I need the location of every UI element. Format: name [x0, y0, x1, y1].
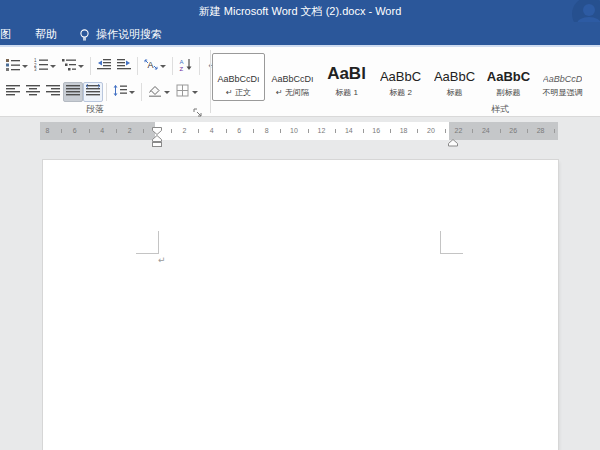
margin-cropmark-left-horizontal [136, 253, 158, 254]
ruler-number: 10 [290, 122, 298, 140]
ruler-tick [335, 129, 336, 133]
increase-indent-button[interactable] [114, 56, 134, 76]
align-center-icon [26, 83, 40, 101]
ruler-tick [417, 129, 418, 133]
align-right-icon [46, 83, 60, 101]
distribute-icon [86, 83, 100, 101]
svg-text:Z: Z [180, 66, 184, 72]
distribute-button[interactable] [83, 82, 103, 102]
paragraph-group-label: 段落 [60, 103, 130, 116]
line-spacing-button[interactable] [110, 82, 138, 102]
style-label: 标题 2 [389, 87, 412, 98]
multilevel-list-button[interactable] [59, 56, 87, 76]
style-sample: AaBbCcD [543, 74, 583, 84]
ruler-tick [554, 129, 555, 133]
ruler-number: 12 [317, 122, 325, 140]
style-label: 不明显强调 [543, 87, 583, 98]
paragraph-group-row1: 123AAZ↵ [3, 55, 223, 77]
dec-indent-icon [97, 57, 111, 75]
button-separator [137, 57, 138, 75]
ruler-number: 8 [45, 122, 49, 140]
ruler-number: 20 [427, 122, 435, 140]
ruler-tick [198, 129, 199, 133]
button-separator [106, 83, 107, 101]
chevron-down-icon [129, 91, 135, 94]
style-item-标题2[interactable]: AaBbC标题 2 [374, 53, 427, 101]
horizontal-ruler[interactable]: 2468246810121416182022242628 [40, 122, 558, 140]
bullets-button[interactable] [3, 56, 31, 76]
style-sample: AaBbCcDı [271, 74, 313, 84]
tell-me-label: 操作说明搜索 [96, 27, 162, 42]
asian-layout-icon: A [144, 57, 158, 75]
style-sample: AaBbCcDı [217, 74, 259, 84]
style-sample: AaBl [327, 64, 366, 84]
style-item-正文[interactable]: AaBbCcDı↵ 正文 [212, 53, 265, 101]
ruler-tick [171, 129, 172, 133]
asian-layout-button[interactable]: A [141, 56, 169, 76]
decrease-indent-button[interactable] [94, 56, 114, 76]
justify-button[interactable] [63, 82, 83, 102]
tell-me-search[interactable]: 操作说明搜索 [69, 27, 162, 42]
ruler-tick [390, 129, 391, 133]
ruler-number: 18 [400, 122, 408, 140]
paragraph-dialog-launcher-icon[interactable] [193, 104, 203, 114]
style-item-clipped[interactable]: A [590, 53, 600, 101]
ribbon-tab-bar: 图 帮助 操作说明搜索 [0, 22, 600, 46]
style-sample: AaBbC [487, 69, 530, 84]
title-bar: 新建 Microsoft Word 文档 (2).docx - Word [0, 0, 600, 22]
hanging-and-left-indent-marker[interactable] [152, 133, 162, 151]
style-item-标题1[interactable]: AaBl标题 1 [320, 53, 373, 101]
ribbon-tab-view[interactable]: 图 [0, 22, 23, 46]
style-item-无间隔[interactable]: AaBbCcDı↵ 无间隔 [266, 53, 319, 101]
paragraph-group-row2 [3, 81, 201, 103]
align-left-button[interactable] [3, 82, 23, 102]
group-separator [210, 50, 211, 113]
shading-button[interactable] [145, 82, 173, 102]
style-item-标题[interactable]: AaBbC标题 [428, 53, 481, 101]
ruler-tick [363, 129, 364, 133]
right-indent-marker[interactable] [448, 133, 458, 151]
ruler-number: 2 [128, 122, 132, 140]
sort-button[interactable]: AZ [176, 56, 196, 76]
style-item-不明显强调[interactable]: AaBbCcD不明显强调 [536, 53, 589, 101]
sort-icon: AZ [179, 57, 193, 75]
ruler-tick [280, 129, 281, 133]
ruler-number: 16 [372, 122, 380, 140]
chevron-down-icon [78, 65, 84, 68]
ruler-number: 24 [482, 122, 490, 140]
align-right-button[interactable] [43, 82, 63, 102]
style-label: 副标题 [497, 87, 521, 98]
numbering-icon: 123 [34, 57, 48, 75]
ruler-tick [500, 129, 501, 133]
lightbulb-icon [79, 29, 90, 40]
ruler-number: 6 [237, 122, 241, 140]
chevron-down-icon [50, 65, 56, 68]
ruler-tick [253, 129, 254, 133]
ribbon-tab-help[interactable]: 帮助 [23, 22, 69, 46]
button-separator [141, 83, 142, 101]
button-separator [90, 57, 91, 75]
ruler-tick [472, 129, 473, 133]
style-label: 标题 [447, 87, 463, 98]
chevron-down-icon [192, 91, 198, 94]
ruler-tick [226, 129, 227, 133]
ruler-tick [89, 129, 90, 133]
numbering-button[interactable]: 123 [31, 56, 59, 76]
ruler-number: 2 [182, 122, 186, 140]
ribbon: 123AAZ↵ 段落 AaBbCcDı↵ 正文AaBbCcDı↵ 无间隔AaBl… [0, 47, 600, 117]
styles-group-label: 样式 [460, 103, 540, 116]
ruler-number: 26 [509, 122, 517, 140]
document-page[interactable]: ↵ [43, 160, 558, 450]
style-label: ↵ 无间隔 [276, 87, 309, 98]
ruler-number: 4 [100, 122, 104, 140]
ruler-tick [116, 129, 117, 133]
style-item-副标题[interactable]: AaBbC副标题 [482, 53, 535, 101]
ruler-number: 28 [537, 122, 545, 140]
ruler-number: 8 [265, 122, 269, 140]
svg-text:3: 3 [34, 67, 37, 71]
style-sample: AaBbC [434, 69, 475, 84]
borders-button[interactable] [173, 82, 201, 102]
align-center-button[interactable] [23, 82, 43, 102]
svg-text:A: A [148, 60, 154, 70]
styles-gallery: AaBbCcDı↵ 正文AaBbCcDı↵ 无间隔AaBl标题 1AaBbC标题… [212, 53, 600, 101]
